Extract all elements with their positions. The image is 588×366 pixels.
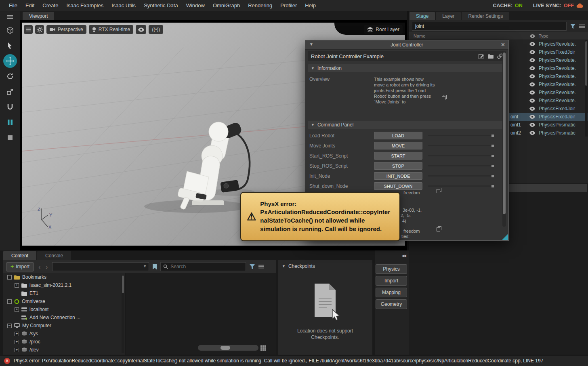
- copy-icon[interactable]: [437, 188, 441, 193]
- rotate-tool-icon[interactable]: [3, 69, 17, 83]
- viewport-menu-icon[interactable]: [24, 25, 33, 34]
- move-button[interactable]: MOVE: [374, 142, 422, 149]
- expander-plus-icon[interactable]: +: [15, 340, 19, 344]
- copy-icon[interactable]: [437, 226, 441, 231]
- visibility-eye-button[interactable]: [136, 25, 146, 34]
- renderer-dropdown[interactable]: RTX Real-time: [89, 25, 133, 34]
- edit-source-icon[interactable]: [479, 53, 484, 59]
- menu-item-help[interactable]: Help: [301, 2, 320, 8]
- mapping-button[interactable]: Mapping: [376, 288, 407, 297]
- checkpoints-header[interactable]: ▼ Checkpoints: [278, 260, 372, 269]
- visibility-eye-icon[interactable]: [526, 99, 539, 103]
- tree-scrollbar[interactable]: [122, 275, 124, 353]
- slider-handle[interactable]: [491, 175, 494, 177]
- expander-minus-icon[interactable]: −: [7, 299, 12, 304]
- move-tool-icon[interactable]: [3, 54, 17, 68]
- tab-content[interactable]: Content: [3, 251, 36, 260]
- forward-chevron-icon[interactable]: ›: [45, 263, 48, 270]
- slider-handle[interactable]: [491, 165, 494, 167]
- tree-item[interactable]: ET1: [3, 289, 125, 297]
- menu-item-synthetic-data[interactable]: Synthetic Data: [140, 2, 182, 8]
- expander-plus-icon[interactable]: +: [15, 348, 19, 352]
- stage-search-input[interactable]: joint: [412, 22, 567, 31]
- thumbnail-zoom-slider[interactable]: [198, 345, 258, 351]
- viewport-settings-gear-icon[interactable]: [35, 25, 44, 34]
- capture-button[interactable]: ((•)): [149, 25, 163, 34]
- menu-item-rendering[interactable]: Rendering: [244, 2, 276, 8]
- tab-render-settings[interactable]: Render Settings: [462, 12, 509, 20]
- stage-scrollbar[interactable]: [585, 40, 588, 137]
- filter-funnel-icon[interactable]: [250, 264, 255, 269]
- stop-icon[interactable]: [3, 131, 17, 145]
- menu-item-window[interactable]: Window: [182, 2, 209, 8]
- geometry-button[interactable]: Geometry: [376, 299, 407, 309]
- column-visibility-eye-icon[interactable]: [526, 34, 539, 38]
- tree-item[interactable]: + isaac_sim-2021.2.1: [3, 281, 125, 289]
- file-grid-area[interactable]: [126, 273, 276, 355]
- slider-handle[interactable]: [491, 185, 494, 187]
- bookmark-icon[interactable]: [153, 264, 157, 269]
- open-folder-icon[interactable]: [488, 53, 494, 59]
- close-icon[interactable]: ✕: [501, 42, 505, 48]
- collapse-left-icon[interactable]: ◀◀: [401, 254, 405, 258]
- visibility-eye-icon[interactable]: [526, 74, 539, 78]
- slider-handle[interactable]: [491, 135, 494, 137]
- error-circle-icon[interactable]: ✕: [4, 358, 10, 364]
- column-name[interactable]: Name: [409, 34, 526, 38]
- grid-view-icon[interactable]: [260, 345, 266, 351]
- command-panel-section-header[interactable]: ▼ Command Panel: [308, 121, 506, 129]
- path-dropdown[interactable]: ▼: [52, 262, 149, 271]
- collapse-triangle-icon[interactable]: ▼: [309, 42, 313, 46]
- joint-controller-titlebar[interactable]: ▼ Joint Controller ✕: [305, 40, 508, 50]
- menu-item-isaac-examples[interactable]: Isaac Examples: [62, 2, 107, 8]
- tree-item[interactable]: − Bookmarks: [3, 273, 125, 281]
- menu-item-file[interactable]: File: [5, 2, 21, 8]
- menu-item-omnigraph[interactable]: OmniGraph: [209, 2, 244, 8]
- expander-plus-icon[interactable]: +: [15, 283, 19, 288]
- visibility-eye-icon[interactable]: [526, 107, 539, 111]
- column-type[interactable]: Type: [539, 34, 588, 38]
- expander-minus-icon[interactable]: −: [7, 275, 12, 280]
- perspective-dropdown[interactable]: Perspective: [46, 25, 86, 34]
- visibility-eye-icon[interactable]: [526, 50, 539, 54]
- visibility-eye-icon[interactable]: [526, 123, 539, 127]
- menu-item-edit[interactable]: Edit: [21, 2, 38, 8]
- physics-button[interactable]: Physics: [376, 264, 407, 274]
- tree-item[interactable]: − Omniverse: [3, 297, 125, 305]
- link-icon[interactable]: [497, 53, 503, 59]
- select-tool-icon[interactable]: [3, 39, 17, 53]
- expander-minus-icon[interactable]: −: [7, 324, 12, 328]
- information-section-header[interactable]: ▼ Information: [308, 64, 506, 72]
- tab-console[interactable]: Console: [37, 251, 71, 260]
- menu-item-isaac-utils[interactable]: Isaac Utils: [107, 2, 140, 8]
- visibility-eye-icon[interactable]: [526, 82, 539, 86]
- expander-plus-icon[interactable]: +: [15, 332, 19, 336]
- import-button[interactable]: Import: [376, 276, 407, 286]
- scale-tool-icon[interactable]: [3, 85, 17, 99]
- tab-layer[interactable]: Layer: [436, 12, 461, 20]
- load-button[interactable]: LOAD: [374, 132, 422, 139]
- tree-item[interactable]: + /proc: [3, 338, 125, 346]
- content-options-icon[interactable]: [258, 265, 264, 269]
- menu-item-create[interactable]: Create: [38, 2, 62, 8]
- menu-item-profiler[interactable]: Profiler: [276, 2, 301, 8]
- pause-icon[interactable]: [3, 116, 17, 129]
- start-button[interactable]: START: [374, 152, 422, 160]
- tree-item[interactable]: + /sys: [3, 330, 125, 338]
- filter-funnel-icon[interactable]: [570, 24, 575, 29]
- tab-stage[interactable]: Stage: [410, 12, 435, 20]
- stage-options-icon[interactable]: [579, 24, 585, 28]
- init_node-button[interactable]: INIT_NODE: [374, 172, 422, 180]
- resize-handle[interactable]: [502, 234, 508, 240]
- visibility-eye-icon[interactable]: [526, 115, 539, 119]
- stop-button[interactable]: STOP: [374, 162, 422, 170]
- visibility-eye-icon[interactable]: [526, 90, 539, 95]
- snap-tool-icon[interactable]: [3, 100, 17, 114]
- copy-icon[interactable]: [442, 77, 447, 118]
- tree-item[interactable]: Add New Connection ...: [3, 313, 125, 322]
- slider-handle[interactable]: [491, 145, 494, 147]
- expander-plus-icon[interactable]: +: [15, 307, 19, 312]
- visibility-eye-icon[interactable]: [526, 42, 539, 46]
- tree-item[interactable]: + /dev: [3, 346, 125, 354]
- slider-handle[interactable]: [491, 155, 494, 157]
